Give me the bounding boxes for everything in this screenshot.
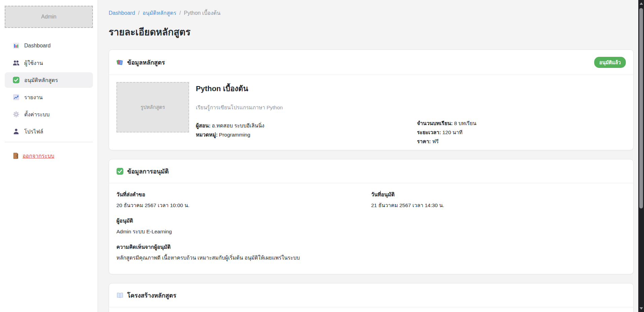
course-instructor: ผู้สอน:อ.ทดสอบ ระบบอีเลินนิ่ง [196, 121, 410, 130]
open-book-icon [116, 292, 123, 299]
sidebar-item-reports[interactable]: รายงาน [5, 89, 93, 105]
course-lesson-count: จำนวนบทเรียน:8 บทเรียน [417, 119, 626, 128]
logout-link[interactable]: ออกจากระบบ [13, 152, 54, 160]
users-icon [13, 60, 20, 66]
admin-logo-box: Admin [5, 6, 93, 28]
scroll-up-arrow[interactable] [640, 2, 643, 5]
sidebar-item-course-approval[interactable]: อนุมัติหลักสูตร [5, 72, 93, 88]
structure-card-body [109, 307, 633, 312]
course-meta-right: จำนวนบทเรียน:8 บทเรียน ระยะเวลา:120 นาที… [417, 82, 626, 146]
sidebar-item-label: อนุมัติหลักสูตร [24, 76, 58, 84]
main-content: Dashboard / อนุมัติหลักสูตร / Python เบื… [98, 0, 644, 312]
admin-label: Admin [41, 14, 56, 20]
breadcrumb-link-course-approval[interactable]: อนุมัติหลักสูตร [143, 9, 176, 17]
books-icon [116, 59, 123, 66]
approver-comment-field: ความคิดเห็นจากผู้อนุมัติ หลักสูตรมีคุณภา… [116, 243, 626, 262]
course-description: เรียนรู้การเขียนโปรแกรมภาษา Python [196, 103, 410, 112]
breadcrumb-current-page: Python เบื้องต้น [184, 9, 220, 17]
trend-chart-icon [13, 94, 20, 101]
sidebar-item-label: Dashboard [24, 43, 50, 49]
approval-info-card: ข้อมูลการอนุมัติ วันที่ส่งคำขอ 20 ธันวาค… [109, 159, 634, 274]
course-duration: ระยะเวลา:120 นาที [417, 128, 626, 137]
course-info-card: ข้อมูลหลักสูตร อนุมัติแล้ว รูปหลักสูตร P… [109, 49, 634, 150]
course-category: หมวดหมู่:Programming [196, 130, 410, 139]
sidebar: Admin Dashboard ผู้ใช้งาน อนุมัติหลักสูต… [0, 0, 98, 312]
course-card-body: รูปหลักสูตร Python เบื้องต้น เรียนรู้การ… [109, 75, 633, 150]
approval-card-body: วันที่ส่งคำขอ 20 ธันวาคม 2567 เวลา 10:00… [109, 183, 633, 274]
sidebar-item-profile[interactable]: โปรไฟล์ [5, 124, 93, 139]
breadcrumb-separator: / [179, 10, 181, 16]
structure-card-title: โครงสร้างหลักสูตร [127, 290, 176, 300]
course-price: ราคา:ฟรี [417, 137, 626, 146]
sidebar-item-users[interactable]: ผู้ใช้งาน [5, 55, 93, 71]
door-icon [13, 153, 19, 159]
approver-field: ผู้อนุมัติ Admin ระบบ E-Learning [116, 217, 626, 236]
breadcrumb-separator: / [138, 10, 139, 16]
breadcrumb: Dashboard / อนุมัติหลักสูตร / Python เบื… [109, 9, 634, 17]
check-square-icon [116, 168, 123, 175]
bar-chart-icon [13, 42, 20, 49]
course-image-placeholder-label: รูปหลักสูตร [141, 103, 165, 111]
status-badge: อนุมัติแล้ว [594, 57, 626, 68]
scrollbar-thumb[interactable] [639, 8, 643, 208]
sidebar-item-label: ตั้งค่าระบบ [24, 110, 49, 119]
sidebar-item-label: รายงาน [24, 93, 43, 102]
course-title: Python เบื้องต้น [196, 83, 410, 94]
sidebar-item-settings[interactable]: ตั้งค่าระบบ [5, 107, 93, 122]
course-card-title: ข้อมูลหลักสูตร [127, 57, 165, 67]
approval-card-header: ข้อมูลการอนุมัติ [109, 159, 633, 183]
sidebar-item-dashboard[interactable]: Dashboard [5, 38, 93, 53]
course-meta-left: ผู้สอน:อ.ทดสอบ ระบบอีเลินนิ่ง หมวดหมู่:P… [196, 121, 410, 139]
course-info-column: Python เบื้องต้น เรียนรู้การเขียนโปรแกรม… [196, 82, 410, 146]
sidebar-divider [5, 142, 93, 142]
logout-label: ออกจากระบบ [23, 152, 54, 160]
request-date-field: วันที่ส่งคำขอ 20 ธันวาคม 2567 เวลา 10:00… [116, 191, 371, 209]
course-image-placeholder: รูปหลักสูตร [116, 82, 189, 132]
sidebar-menu: Dashboard ผู้ใช้งาน อนุมัติหลักสูตร รายง… [5, 38, 93, 139]
gear-icon [13, 111, 20, 118]
structure-card-header: โครงสร้างหลักสูตร [109, 283, 633, 307]
person-icon [13, 128, 20, 135]
approval-dates-row: วันที่ส่งคำขอ 20 ธันวาคม 2567 เวลา 10:00… [116, 191, 626, 217]
scroll-down-arrow[interactable] [640, 307, 643, 310]
course-card-header: ข้อมูลหลักสูตร อนุมัติแล้ว [109, 50, 633, 75]
course-structure-card: โครงสร้างหลักสูตร [109, 283, 634, 312]
approval-date-field: วันที่อนุมัติ 21 ธันวาคม 2567 เวลา 14:30… [371, 191, 626, 217]
check-square-icon [13, 77, 20, 83]
sidebar-item-label: โปรไฟล์ [24, 127, 43, 136]
page-title: รายละเอียดหลักสูตร [109, 25, 634, 39]
sidebar-item-label: ผู้ใช้งาน [24, 59, 43, 67]
breadcrumb-link-dashboard[interactable]: Dashboard [109, 10, 135, 16]
scrollbar[interactable] [638, 0, 644, 312]
approval-card-title: ข้อมูลการอนุมัติ [127, 166, 169, 176]
